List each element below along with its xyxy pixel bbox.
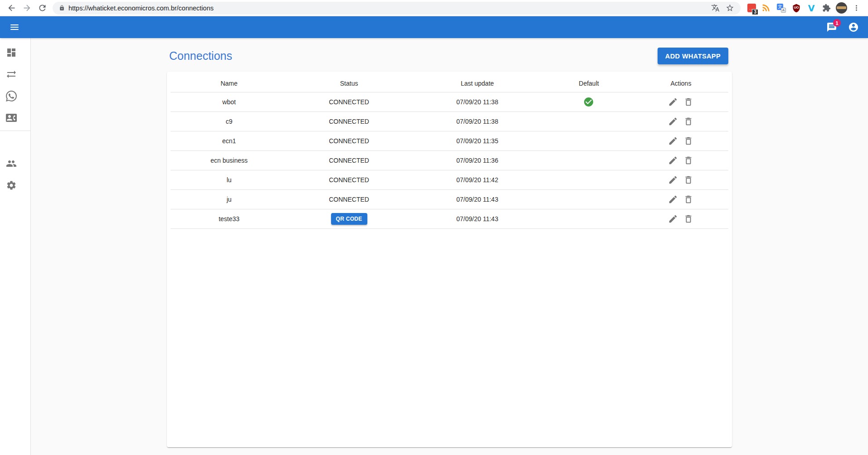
browser-back-button[interactable]: [4, 0, 19, 16]
browser-toolbar: https://whaticket.economicros.com.br/con…: [0, 0, 868, 16]
notification-badge: 1: [833, 19, 841, 27]
delete-trash-icon: [683, 175, 693, 185]
qr-code-button[interactable]: QR CODE: [331, 213, 367, 225]
edit-button[interactable]: [666, 212, 680, 226]
cell-last-update: 07/09/20 11:42: [410, 170, 544, 189]
edit-pencil-icon: [668, 155, 678, 165]
column-header: Status: [288, 75, 410, 92]
main-content: Connections ADD WHATSAPP NameStatusLast …: [31, 38, 868, 455]
more-vert-icon: [852, 4, 861, 12]
delete-trash-icon: [683, 155, 693, 165]
people-icon: [6, 158, 17, 169]
translate-page-button[interactable]: [709, 2, 722, 15]
sidebar-item-connections[interactable]: [0, 85, 30, 107]
ublock-extension-button[interactable]: UO: [790, 2, 803, 15]
delete-trash-icon: [683, 136, 693, 146]
address-bar[interactable]: https://whaticket.economicros.com.br/con…: [53, 2, 741, 15]
sidebar-item-dashboard[interactable]: [0, 42, 30, 63]
app-bar: 1: [0, 16, 868, 38]
delete-button[interactable]: [682, 115, 695, 128]
delete-trash-icon: [683, 194, 693, 204]
add-whatsapp-button[interactable]: ADD WHATSAPP: [658, 48, 728, 64]
cell-name: teste33: [171, 209, 288, 228]
edit-button[interactable]: [666, 95, 680, 109]
cell-last-update: 07/09/20 11:43: [410, 189, 544, 209]
account-button[interactable]: [843, 16, 864, 38]
cell-name: ju: [171, 189, 288, 209]
delete-button[interactable]: [682, 212, 695, 226]
contact-phone-icon: [6, 112, 17, 123]
browser-reload-button[interactable]: [34, 0, 50, 16]
rss-extension-button[interactable]: [760, 2, 773, 15]
shield-icon: UO: [792, 4, 801, 13]
google-translate-extension-button[interactable]: 文 A: [775, 2, 788, 15]
cell-default: [544, 170, 634, 189]
column-header: Actions: [634, 75, 728, 92]
edit-button[interactable]: [666, 173, 680, 187]
account-circle-icon: [848, 22, 859, 33]
cell-status: CONNECTED: [288, 189, 410, 209]
edit-button[interactable]: [666, 193, 680, 206]
cell-default: [544, 189, 634, 209]
cell-actions: [634, 209, 728, 228]
delete-button[interactable]: [682, 95, 695, 109]
cell-default: [544, 92, 634, 111]
delete-button[interactable]: [682, 134, 695, 148]
delete-button[interactable]: [682, 193, 695, 206]
cell-name: wbot: [171, 92, 288, 111]
connections-card: NameStatusLast updateDefaultActions wbot…: [167, 72, 732, 447]
edit-button[interactable]: [666, 115, 680, 128]
compare-arrows-icon: [6, 69, 17, 80]
delete-trash-icon: [683, 116, 693, 126]
cell-actions: [634, 170, 728, 189]
cell-status: CONNECTED: [288, 150, 410, 170]
vimeo-extension-button[interactable]: V: [805, 2, 818, 15]
settings-gear-icon: [6, 180, 17, 191]
puzzle-icon: [822, 4, 831, 12]
messages-button[interactable]: 1: [821, 16, 843, 38]
translate-icon: [711, 4, 720, 12]
edit-button[interactable]: [666, 134, 680, 148]
url-text: https://whaticket.economicros.com.br/con…: [68, 5, 709, 12]
whatsapp-icon: [6, 91, 17, 102]
sidebar-item-users[interactable]: [0, 153, 30, 174]
bookmark-star-button[interactable]: [723, 2, 736, 15]
cell-last-update: 07/09/20 11:35: [410, 131, 544, 150]
delete-trash-icon: [683, 97, 693, 107]
delete-button[interactable]: [682, 173, 695, 187]
table-row: lu CONNECTED 07/09/20 11:42: [171, 170, 728, 189]
cell-default: [544, 209, 634, 228]
edit-pencil-icon: [668, 136, 678, 146]
menu-toggle-button[interactable]: [4, 16, 25, 38]
cell-status: CONNECTED: [288, 170, 410, 189]
chrome-menu-button[interactable]: [850, 2, 863, 15]
edit-button[interactable]: [666, 154, 680, 167]
edit-pencil-icon: [668, 175, 678, 185]
status-text: CONNECTED: [329, 137, 369, 145]
delete-button[interactable]: [682, 154, 695, 167]
lock-icon: [59, 5, 65, 11]
cell-last-update: 07/09/20 11:38: [410, 111, 544, 131]
cell-last-update: 07/09/20 11:43: [410, 209, 544, 228]
extension-red-button[interactable]: ... 3: [745, 2, 758, 15]
sidebar-item-contacts[interactable]: [0, 107, 30, 129]
google-translate-icon: 文 A: [777, 4, 786, 13]
sidebar-divider: [0, 131, 30, 131]
extensions-menu-button[interactable]: [820, 2, 833, 15]
cell-status: QR CODE: [288, 209, 410, 228]
column-header: Default: [544, 75, 634, 92]
browser-forward-button[interactable]: [19, 0, 34, 16]
dashboard-icon: [6, 47, 17, 58]
svg-text:UO: UO: [794, 5, 799, 9]
sidebar-item-settings[interactable]: [0, 174, 30, 196]
hamburger-icon: [10, 24, 19, 30]
page-title: Connections: [169, 49, 232, 63]
sidebar-item-tickets[interactable]: [0, 63, 30, 85]
reload-icon: [38, 3, 47, 13]
cell-last-update: 07/09/20 11:38: [410, 92, 544, 111]
table-header-row: NameStatusLast updateDefaultActions: [171, 75, 728, 92]
table-row: wbot CONNECTED 07/09/20 11:38: [171, 92, 728, 111]
cell-status: CONNECTED: [288, 92, 410, 111]
chrome-profile-button[interactable]: [835, 2, 848, 15]
cell-actions: [634, 111, 728, 131]
